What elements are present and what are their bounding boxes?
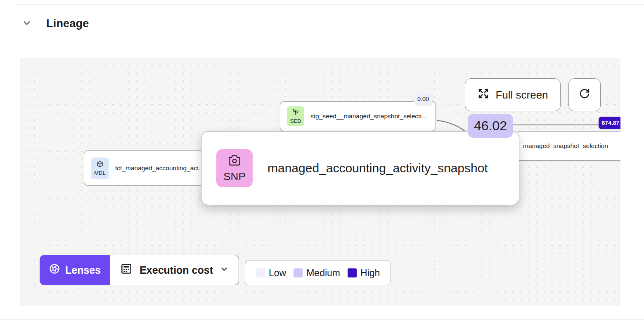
- seedling-icon: [292, 108, 299, 118]
- refresh-button[interactable]: [568, 78, 601, 111]
- expand-arrows-icon: [477, 87, 490, 103]
- legend-item-high: High: [348, 268, 380, 279]
- lenses-button[interactable]: Lenses: [40, 255, 110, 285]
- legend-swatch-low: [256, 268, 265, 277]
- seed-type-badge: SED: [287, 106, 304, 126]
- node-type-label: MDL: [94, 170, 105, 176]
- node-label: managed_snapshot_selection: [523, 142, 608, 150]
- node-managed-snapshot-selection[interactable]: managed_snapshot_selection: [516, 131, 620, 161]
- model-type-badge: MDL: [91, 157, 109, 179]
- execution-cost-badge-high: 674.87: [599, 117, 620, 129]
- refresh-icon: [578, 87, 591, 103]
- legend-swatch-medium: [294, 268, 303, 277]
- lens-selector-dropdown[interactable]: Execution cost: [110, 255, 239, 285]
- calculator-icon: [120, 262, 133, 278]
- node-label: stg_seed__managed_snapshot_selecti...: [310, 113, 427, 120]
- node-type-label: SED: [290, 118, 301, 124]
- node-type-label: SNP: [223, 170, 245, 183]
- aperture-icon: [49, 263, 60, 277]
- section-header: Lineage: [20, 16, 89, 31]
- lineage-canvas[interactable]: MDL fct_managed_accounting_act... SED st…: [20, 58, 620, 306]
- legend-item-medium: Medium: [294, 268, 340, 279]
- execution-cost-badge-medium: 46.02: [468, 114, 513, 138]
- legend-item-low: Low: [256, 268, 286, 279]
- top-divider: [17, 4, 644, 5]
- legend-swatch-high: [348, 268, 357, 277]
- snapshot-type-badge: SNP: [216, 149, 253, 187]
- legend-label: High: [360, 268, 380, 279]
- camera-icon: [227, 153, 242, 169]
- collapse-section-button[interactable]: [20, 16, 34, 31]
- lineage-panel: Lineage MDL fct_managed_accounting_act..…: [0, 0, 644, 329]
- node-label: managed_accounting_activity_snapshot: [268, 161, 488, 175]
- chevron-down-icon: [220, 264, 229, 276]
- full-screen-label: Full screen: [495, 89, 548, 101]
- legend-label: Medium: [306, 268, 340, 279]
- cube-icon: [96, 160, 104, 169]
- bottom-divider: [0, 319, 644, 320]
- node-stg-seed-managed-snapshot[interactable]: SED stg_seed__managed_snapshot_selecti..…: [280, 101, 436, 131]
- node-managed-accounting-activity-snapshot-hovered[interactable]: SNP managed_accounting_activity_snapshot: [201, 131, 519, 205]
- lenses-label: Lenses: [65, 264, 101, 276]
- chevron-down-icon: [21, 18, 32, 30]
- execution-cost-badge-low: 0.00: [414, 93, 432, 105]
- lenses-toolbar: Lenses Execution cost: [40, 255, 239, 285]
- node-label: fct_managed_accounting_act...: [115, 164, 204, 172]
- legend-label: Low: [269, 268, 286, 279]
- full-screen-button[interactable]: Full screen: [465, 78, 561, 111]
- cost-legend: Low Medium High: [245, 261, 391, 285]
- selected-lens-label: Execution cost: [140, 264, 213, 276]
- page-title: Lineage: [46, 17, 89, 30]
